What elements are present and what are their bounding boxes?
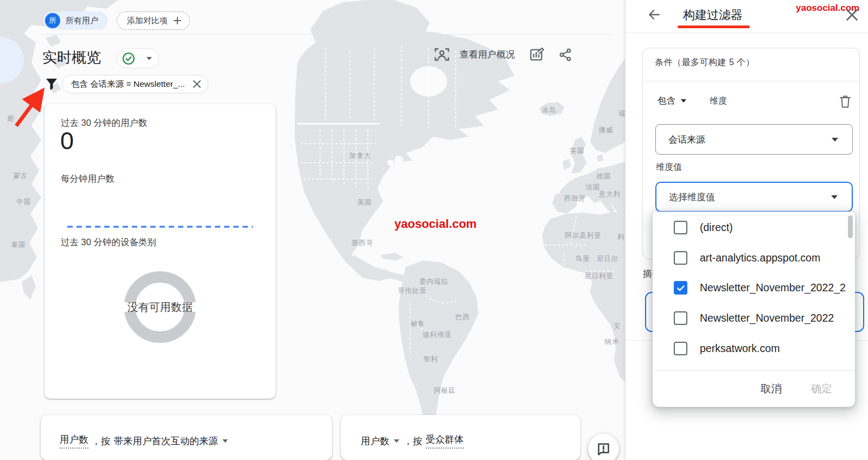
back-arrow-icon[interactable] (647, 8, 661, 22)
map-label: 斯 (7, 114, 15, 124)
map-label: 加拿大 (349, 151, 372, 161)
users-by-source-card: 用户数，按 带来用户首次互动的来源 (41, 415, 332, 460)
map-label: 美国 (358, 198, 372, 207)
option-label: (direct) (700, 221, 733, 234)
dimension-selector[interactable]: 受众群体 (426, 433, 464, 449)
user-snapshot-icon (434, 47, 450, 62)
delete-condition-icon[interactable] (839, 94, 852, 109)
panel-title: 构建过滤器 (683, 7, 743, 23)
map-label: 玻利维亚 (423, 330, 452, 340)
option-label: art-analytics.appspot.com (700, 252, 820, 264)
remove-filter-icon[interactable] (193, 80, 201, 88)
audience-avatar: 所 (45, 13, 60, 28)
map-label: 挪威 (599, 126, 614, 135)
conditions-header: 条件（最多可构建 5 个） (655, 57, 755, 68)
filter-funnel-icon (45, 77, 58, 92)
view-user-snapshot-label: 查看用户概况 (459, 48, 515, 61)
dimension-section-label: 维度 (710, 95, 727, 107)
option-label: Newsletter_November_2022 (700, 312, 834, 324)
map-label: 马里 (576, 254, 590, 264)
chevron-down-icon[interactable] (222, 439, 228, 443)
audience-chip-all-users[interactable]: 所 所有用户 (43, 11, 108, 30)
confirm-button[interactable]: 确定 (811, 381, 832, 396)
cancel-button[interactable]: 取消 (761, 381, 782, 396)
map-label: 法国 (586, 183, 601, 192)
feedback-button[interactable] (588, 433, 619, 460)
map-label: 纳米 (605, 337, 620, 347)
ga4-realtime-screen: 斯 蒙古 中国 泰国 加拿大 美国 墨西哥 冰岛 瑞 挪威 英国 德国 法国 意… (0, 0, 868, 460)
check-icon (676, 283, 686, 293)
page-title: 实时概览 (42, 48, 101, 67)
dropdown-option[interactable]: art-analytics.appspot.com (653, 243, 855, 273)
map-label: 阿尔及利亚 (565, 231, 602, 240)
map-label: 安 (614, 322, 621, 331)
dimension-value-select[interactable]: 选择维度值 (655, 182, 853, 212)
close-icon[interactable] (845, 8, 859, 22)
share-icon[interactable] (558, 47, 572, 62)
build-filter-panel: 构建过滤器 yaosocial.com 条件（最多可构建 5 个） 包含 维度 (625, 0, 868, 460)
map-label: 墨西哥 (352, 239, 374, 248)
chevron-down-icon (832, 138, 838, 142)
view-user-snapshot-button[interactable]: 查看用户概况 (434, 47, 515, 62)
option-label: perksatwork.com (700, 342, 780, 355)
match-type-dropdown[interactable]: 包含 (658, 95, 686, 107)
device-donut-chart: 没有可用数据 (117, 266, 203, 348)
filter-chip-label: 包含 会话来源 = Newsletter_... (71, 79, 185, 90)
dropdown-option[interactable]: perksatwork.com (653, 333, 855, 363)
dimension-select-value: 会话来源 (668, 133, 705, 146)
dimension-select[interactable]: 会话来源 (655, 124, 853, 155)
map-label: 尼日利亚 (584, 272, 614, 281)
map-label: 意大利 (599, 190, 621, 199)
no-data-label: 没有可用数据 (117, 300, 203, 315)
realtime-status-pill[interactable] (117, 48, 159, 68)
map-label: 瑞 (618, 109, 625, 118)
chevron-down-icon[interactable] (394, 439, 399, 443)
map-label: 巴西 (456, 313, 470, 322)
match-type-label: 包含 (658, 95, 675, 107)
dropdown-option[interactable]: (direct) (653, 213, 855, 243)
checkbox[interactable] (674, 251, 687, 265)
conditions-divider (643, 81, 859, 81)
users-per-minute-sparkline (66, 225, 254, 229)
dropdown-option[interactable]: Newsletter_November_2022_2 (653, 273, 855, 303)
map-label: 冰岛 (542, 106, 557, 115)
feedback-icon (596, 442, 611, 456)
map-label: 英国 (570, 146, 585, 156)
panel-title-underline (678, 25, 750, 28)
panel-header-divider (626, 33, 868, 33)
dropdown-option[interactable]: Newsletter_November_2022 (653, 303, 855, 334)
add-comparison-button[interactable]: 添加对比项 (117, 11, 190, 30)
check-circle-icon (122, 52, 135, 65)
map-label: 智利 (424, 355, 438, 364)
map-label: 阿根廷 (434, 386, 456, 395)
dimension-label: 带来用户首次互动的来源 (114, 435, 219, 448)
checkbox[interactable] (674, 221, 687, 234)
main-content: 斯 蒙古 中国 泰国 加拿大 美国 墨西哥 冰岛 瑞 挪威 英国 德国 法国 意… (0, 0, 625, 460)
checkbox[interactable] (674, 311, 687, 325)
dimension-value-dropdown: (direct) art-analytics.appspot.com Newsl… (653, 212, 855, 407)
map-label: 利 (617, 233, 625, 242)
map-label: 西班牙 (564, 194, 586, 203)
map-label: 委内瑞拉 (419, 277, 449, 286)
users-per-minute-label: 每分钟用户数 (61, 173, 114, 185)
condition-row: 包含 维度 (658, 95, 727, 107)
map-label: 德国 (597, 172, 611, 181)
metric-selector[interactable]: 用户数 (60, 433, 88, 449)
dropdown-scrollbar[interactable] (848, 215, 853, 238)
map-label: 中国 (17, 197, 31, 207)
checkbox[interactable] (674, 281, 687, 295)
header-divider (42, 34, 613, 35)
map-label: 哥伦比亚 (398, 286, 427, 296)
users-by-audience-card: 用户数 ，按 受众群体 (341, 415, 580, 460)
dimension-value-label: 维度值 (656, 162, 682, 173)
chevron-down-icon (831, 195, 838, 199)
edit-chart-icon[interactable] (529, 47, 544, 62)
active-filter-chip[interactable]: 包含 会话来源 = Newsletter_... (62, 75, 208, 93)
map-label: 泰国 (11, 240, 26, 250)
watermark-text: yaosocial.com (394, 217, 477, 231)
checkbox[interactable] (674, 342, 687, 355)
map-label: 尼日尔 (597, 254, 619, 264)
title-separator: ，按 (92, 435, 111, 448)
chevron-down-icon[interactable] (146, 57, 152, 60)
chevron-down-icon (681, 99, 686, 103)
